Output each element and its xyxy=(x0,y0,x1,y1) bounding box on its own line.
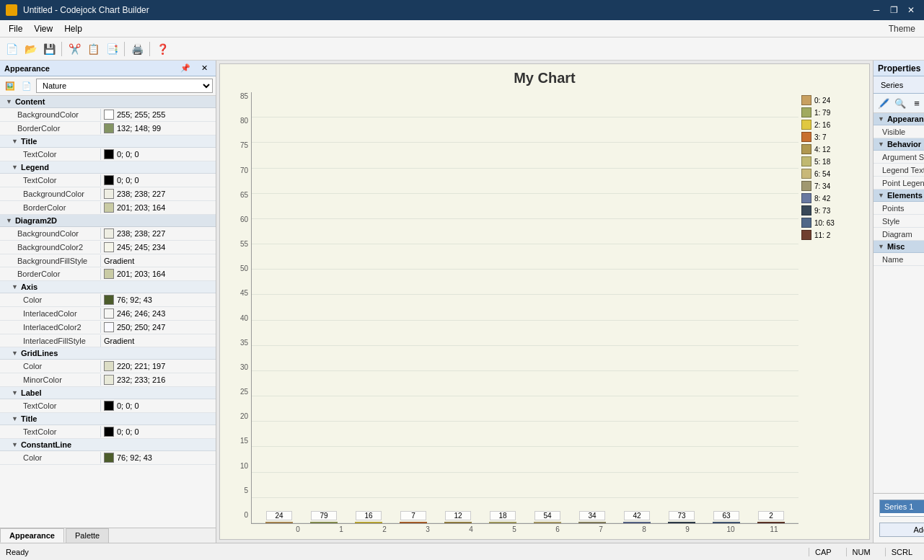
toolbar-open[interactable]: 📂 xyxy=(22,40,39,58)
prop-name: TextColor xyxy=(0,426,101,437)
restore-button[interactable]: ❐ xyxy=(886,3,901,17)
bar-group[interactable]: 12 xyxy=(438,522,478,523)
x-label: 11 xyxy=(752,525,796,533)
legend-swatch xyxy=(801,95,811,105)
expand-icon: ▼ xyxy=(12,415,18,422)
series-item[interactable]: Series 1 xyxy=(880,500,924,513)
bar-group[interactable]: 34 xyxy=(572,522,612,523)
group-label[interactable]: ▼ Label xyxy=(0,387,216,399)
prop-text: 232; 233; 216 xyxy=(117,375,165,384)
appearance-icon-btn-1[interactable]: 🖼️ xyxy=(3,79,17,93)
bar-value-label: 24 xyxy=(266,511,292,520)
legend-item: 0: 24 xyxy=(801,95,861,105)
toolbar-new[interactable]: 📄 xyxy=(3,40,20,58)
bar-group[interactable]: 24 xyxy=(259,522,299,523)
prop-label-textcolor: TextColor 0; 0; 0 xyxy=(0,399,216,413)
group-title[interactable]: ▼ Title xyxy=(0,135,216,148)
group-legend[interactable]: ▼ Legend xyxy=(0,161,216,174)
rp-btn-2[interactable]: 🔍 xyxy=(893,96,907,110)
bar[interactable]: 54 xyxy=(534,522,561,523)
bar[interactable]: 18 xyxy=(489,522,516,523)
y-label: 5 xyxy=(244,486,248,494)
rprop-argscaletype: Argument Scale Typ Qualitative xyxy=(874,151,924,164)
bar[interactable]: 73 xyxy=(668,522,695,523)
rgroup-appearance[interactable]: ▼ Appearance xyxy=(874,113,924,125)
bar-group[interactable]: 16 xyxy=(348,522,389,523)
bar-group[interactable]: 73 xyxy=(661,522,702,523)
prop-name: InterlacedColor2 xyxy=(0,321,101,333)
bar-group[interactable]: 54 xyxy=(527,522,568,523)
bar[interactable]: 7 xyxy=(400,522,427,523)
bar[interactable]: 34 xyxy=(578,522,606,523)
add-series-button[interactable]: Add xyxy=(879,523,924,537)
legend-label: 7: 34 xyxy=(814,182,830,190)
prop-name: Color xyxy=(0,360,101,372)
appearance-panel-header: Appearance 📌 ✕ xyxy=(0,61,216,76)
pin-button[interactable]: 📌 xyxy=(178,61,193,76)
y-axis: 85 80 75 70 65 60 55 50 45 40 35 30 25 2… xyxy=(226,92,251,533)
prop-name: BackgroundColor xyxy=(0,109,101,120)
x-label: 7 xyxy=(579,525,622,533)
legend-swatch xyxy=(801,144,811,154)
bar[interactable]: 79 xyxy=(310,522,338,523)
app-icon xyxy=(6,4,17,16)
rgroup-behavior[interactable]: ▼ Behavior xyxy=(874,138,924,151)
expand-icon: ▼ xyxy=(878,115,884,123)
prop-title-textcolor: TextColor 0; 0; 0 xyxy=(0,148,216,161)
close-panel-button[interactable]: ✕ xyxy=(197,61,211,76)
group-diagram2d[interactable]: ▼ Diagram2D xyxy=(0,215,216,227)
bar-group[interactable]: 63 xyxy=(706,522,747,523)
group-title2[interactable]: ▼ Title xyxy=(0,413,216,425)
tab-palette[interactable]: Palette xyxy=(66,528,109,543)
appearance-icon-btn-2[interactable]: 📄 xyxy=(19,79,34,93)
bar[interactable]: 2 xyxy=(757,522,785,523)
prop-d2d-bordercolor: BorderColor 201; 203; 164 xyxy=(0,267,216,281)
prop-text: 76; 92; 43 xyxy=(117,453,152,462)
prop-text: Gradient xyxy=(104,257,134,265)
bar[interactable]: 16 xyxy=(355,522,382,523)
bar-group[interactable]: 79 xyxy=(304,522,344,523)
legend-swatch xyxy=(801,205,811,215)
menu-file[interactable]: File xyxy=(3,22,28,35)
bar-group[interactable]: 7 xyxy=(393,522,434,523)
bar-group[interactable]: 42 xyxy=(617,522,657,523)
legend-item: 6: 54 xyxy=(801,169,861,179)
rgroup-misc[interactable]: ▼ Misc xyxy=(874,241,924,253)
rp-btn-3[interactable]: ≡ xyxy=(910,96,924,110)
theme-label: Theme xyxy=(883,22,921,35)
group-label: Appearance xyxy=(887,115,924,123)
minimize-button[interactable]: ─ xyxy=(869,3,884,17)
bar-group[interactable]: 18 xyxy=(483,522,523,523)
bar[interactable]: 12 xyxy=(444,522,472,523)
prop-constline-color: Color 76; 92; 43 xyxy=(0,451,216,465)
rprop-visible: Visible True xyxy=(874,125,924,138)
group-content[interactable]: ▼ Content xyxy=(0,96,216,108)
menu-view[interactable]: View xyxy=(28,22,58,35)
group-label: Legend xyxy=(21,163,49,172)
rp-btn-1[interactable]: 🖊️ xyxy=(876,96,891,110)
bar-group[interactable]: 2 xyxy=(751,522,791,523)
tab-appearance[interactable]: Appearance xyxy=(0,528,64,543)
toolbar-print[interactable]: 🖨️ xyxy=(128,40,146,58)
rgroup-elements[interactable]: ▼ Elements xyxy=(874,190,924,202)
group-axis[interactable]: ▼ Axis xyxy=(0,281,216,293)
menu-help[interactable]: Help xyxy=(58,22,88,35)
toolbar-help[interactable]: ❓ xyxy=(154,40,171,58)
nature-dropdown[interactable]: Nature Office Blue xyxy=(36,79,213,93)
toolbar-copy[interactable]: 📋 xyxy=(84,40,102,58)
prop-name: TextColor xyxy=(0,400,101,412)
bar-value-label: 34 xyxy=(579,511,605,520)
bar[interactable]: 42 xyxy=(623,522,651,523)
rprop-name: Argument Scale Typ xyxy=(874,151,924,163)
group-constantline[interactable]: ▼ ConstantLine xyxy=(0,439,216,451)
close-button[interactable]: ✕ xyxy=(904,3,918,17)
bar[interactable]: 63 xyxy=(713,522,740,523)
status-cap: CAP xyxy=(809,548,837,556)
series-dropdown[interactable]: Series xyxy=(874,76,924,94)
prop-name: InterlacedColor xyxy=(0,308,101,319)
toolbar-paste[interactable]: 📑 xyxy=(103,40,120,58)
toolbar-cut[interactable]: ✂️ xyxy=(66,40,83,58)
toolbar-save[interactable]: 💾 xyxy=(40,40,58,58)
bar[interactable]: 24 xyxy=(265,522,293,523)
group-gridlines[interactable]: ▼ GridLines xyxy=(0,347,216,360)
